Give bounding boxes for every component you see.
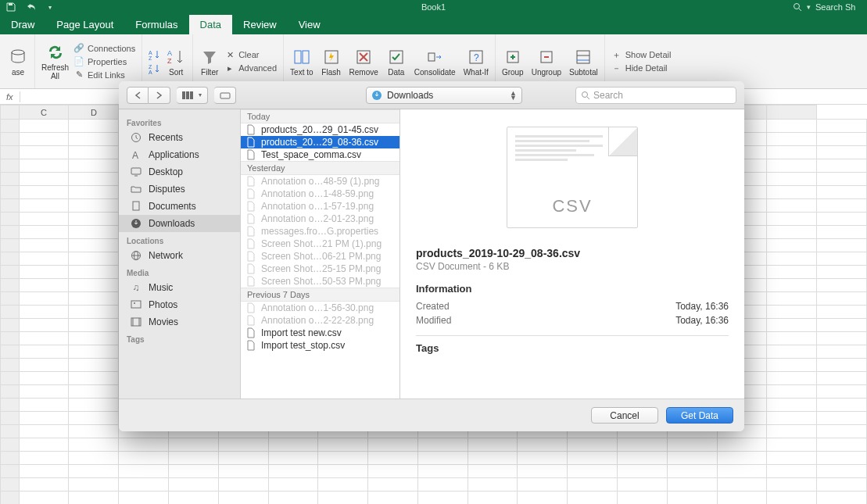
- advanced-button[interactable]: ▸Advanced: [224, 62, 277, 74]
- tab-review[interactable]: Review: [232, 15, 288, 34]
- redo-dropdown-icon[interactable]: ▾: [48, 4, 52, 11]
- svg-rect-39: [133, 202, 139, 210]
- svg-point-33: [582, 91, 588, 97]
- file-name: Import test new.csv: [261, 327, 342, 338]
- show-detail-button[interactable]: ＋Show Detail: [611, 48, 672, 61]
- filter-icon: [199, 47, 220, 67]
- documents-icon: [130, 200, 142, 213]
- advanced-icon: ▸: [224, 63, 235, 73]
- sidebar-item-applications[interactable]: AApplications: [119, 146, 240, 163]
- flash-fill-button[interactable]: Flash: [321, 47, 342, 77]
- data-validation-button[interactable]: Data: [386, 47, 407, 77]
- sidebar-item-documents[interactable]: Documents: [119, 198, 240, 215]
- sidebar-item-disputes[interactable]: Disputes: [119, 181, 240, 198]
- edit-links-icon: ✎: [73, 70, 84, 80]
- sidebar-item-desktop[interactable]: Desktop: [119, 163, 240, 181]
- location-popup[interactable]: Downloads ▲▼: [366, 87, 522, 104]
- sidebar-item-network[interactable]: Network: [119, 247, 240, 264]
- tab-data[interactable]: Data: [189, 15, 232, 34]
- file-row[interactable]: Import test_stop.csv: [241, 339, 399, 352]
- svg-text:Z: Z: [149, 64, 152, 70]
- file-row: Annotation o…1-57-19.png: [241, 200, 399, 213]
- sidebar-item-movies[interactable]: Movies: [119, 313, 240, 331]
- file-open-dialog: ▾ Downloads ▲▼ Favorites Recents AApplic…: [119, 81, 744, 431]
- database-button[interactable]: ase: [8, 47, 28, 77]
- view-mode-button[interactable]: ▾: [177, 87, 208, 104]
- file-row[interactable]: Import test new.csv: [241, 327, 399, 339]
- titlebar-search[interactable]: [815, 2, 862, 12]
- hide-detail-button[interactable]: －Hide Detail: [611, 62, 668, 74]
- tab-formulas[interactable]: Formulas: [124, 15, 188, 34]
- edit-links-button[interactable]: ✎Edit Links: [73, 69, 125, 81]
- sidebar-item-downloads[interactable]: Downloads: [119, 215, 240, 232]
- file-name: Annotation o…1-56-30.png: [261, 302, 374, 313]
- svg-rect-11: [303, 51, 309, 63]
- file-icon: [245, 251, 256, 262]
- undo-icon[interactable]: [27, 2, 38, 12]
- cancel-button[interactable]: Cancel: [591, 407, 658, 424]
- get-data-button[interactable]: Get Data: [666, 407, 733, 424]
- search-icon[interactable]: [793, 2, 802, 12]
- file-row[interactable]: products_20…29_01-45.csv: [241, 123, 399, 136]
- link-icon: 🔗: [73, 43, 84, 54]
- connections-button[interactable]: 🔗Connections: [73, 42, 135, 55]
- dialog-footer: Cancel Get Data: [119, 399, 744, 431]
- ungroup-button[interactable]: Ungroup: [532, 47, 561, 77]
- file-row[interactable]: products_20…29_08-36.csv: [241, 136, 399, 148]
- dialog-search[interactable]: [575, 87, 736, 104]
- file-icon: [245, 327, 256, 338]
- photos-icon: [130, 298, 142, 311]
- file-preview: CSV products_2019-10-29_08-36.csv CSV Do…: [400, 109, 744, 399]
- file-icon: [245, 188, 256, 199]
- whatif-button[interactable]: ?What-If: [464, 47, 489, 77]
- group-button[interactable]: Group: [502, 47, 524, 77]
- flash-icon: [321, 47, 342, 67]
- file-icon: [245, 238, 256, 249]
- svg-rect-31: [220, 93, 230, 98]
- filter-button[interactable]: Filter: [199, 47, 220, 77]
- file-name: Test_space_comma.csv: [261, 149, 361, 160]
- clear-button[interactable]: ✕Clear: [224, 48, 259, 61]
- forward-button[interactable]: [149, 87, 170, 104]
- svg-rect-30: [190, 91, 193, 99]
- subtotal-icon: [573, 47, 593, 67]
- sidebar-item-recents[interactable]: Recents: [119, 129, 240, 146]
- col-header[interactable]: D: [69, 105, 119, 120]
- search-input[interactable]: [593, 90, 731, 101]
- sort-button[interactable]: AZ Sort: [166, 47, 186, 77]
- svg-rect-29: [186, 91, 189, 99]
- plus-detail-icon: ＋: [611, 49, 622, 60]
- sort-desc-icon[interactable]: ZA: [149, 63, 161, 74]
- file-row[interactable]: Test_space_comma.csv: [241, 148, 399, 161]
- file-row: Annotation o…48-59 (1).png: [241, 175, 399, 188]
- file-name: Annotation o…48-59 (1).png: [261, 176, 379, 187]
- titlebar: ▾ Book1 ▾: [0, 0, 867, 14]
- sort-asc-icon[interactable]: AZ: [149, 49, 161, 60]
- svg-point-1: [794, 4, 800, 9]
- whatif-icon: ?: [466, 47, 486, 67]
- text-to-columns-button[interactable]: Text to: [290, 47, 313, 77]
- consolidate-icon: [425, 47, 445, 67]
- subtotal-button[interactable]: Subtotal: [569, 47, 598, 77]
- file-name: products_20…29_01-45.csv: [261, 124, 378, 135]
- file-icon: [245, 149, 256, 160]
- save-icon[interactable]: [6, 2, 16, 12]
- group-button-toolbar[interactable]: [214, 87, 236, 104]
- minus-detail-icon: －: [611, 63, 622, 73]
- sidebar-item-music[interactable]: ♫Music: [119, 279, 240, 296]
- refresh-icon: [45, 42, 66, 63]
- remove-dup-button[interactable]: Remove: [349, 47, 378, 77]
- refresh-all-button[interactable]: Refresh All: [41, 42, 69, 80]
- back-button[interactable]: [127, 87, 149, 104]
- file-name: Annotation o…1-48-59.png: [261, 188, 374, 199]
- col-header[interactable]: C: [19, 105, 69, 120]
- sidebar-item-photos[interactable]: Photos: [119, 296, 240, 313]
- tab-page-layout[interactable]: Page Layout: [45, 15, 124, 34]
- file-row: messages.fro…G.properties: [241, 225, 399, 238]
- file-name: Screen Shot…21 PM (1).png: [261, 238, 382, 249]
- tab-draw[interactable]: Draw: [0, 15, 45, 34]
- tab-view[interactable]: View: [288, 15, 331, 34]
- consolidate-button[interactable]: Consolidate: [414, 47, 456, 77]
- properties-button[interactable]: 📄Properties: [73, 55, 127, 68]
- ribbon-tabs: Draw Page Layout Formulas Data Review Vi…: [0, 14, 867, 34]
